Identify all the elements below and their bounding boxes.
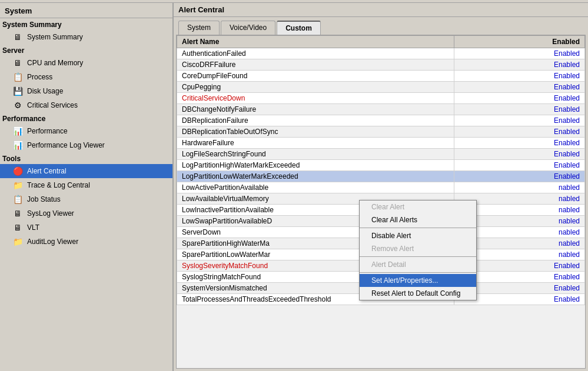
table-row-enabled: Enabled bbox=[454, 93, 585, 104]
section-system-summary: System Summary bbox=[0, 18, 172, 30]
sidebar-item-disk-usage[interactable]: 💾 Disk Usage bbox=[0, 84, 172, 98]
sidebar-item-job-status[interactable]: 📋 Job Status bbox=[0, 192, 172, 206]
sidebar-item-performance[interactable]: 📊 Performance bbox=[0, 124, 172, 138]
table-row-name: LogFileSearchStringFound bbox=[177, 149, 454, 160]
table-row-name: LogPartitionHighWaterMarkExceeded bbox=[177, 160, 454, 171]
sidebar-item-auditlog[interactable]: 📁 AuditLog Viewer bbox=[0, 235, 172, 249]
job-status-icon: 📋 bbox=[12, 193, 24, 205]
table-row-name: CoreDumpFileFound bbox=[177, 71, 454, 82]
sidebar-item-critical-services[interactable]: ⚙ Critical Services bbox=[0, 98, 172, 112]
tab-voice-video[interactable]: Voice/Video bbox=[221, 21, 275, 35]
table-row-name: LowActivePartitionAvailable bbox=[177, 182, 454, 193]
table-row-enabled: Enabled bbox=[454, 160, 585, 171]
sidebar-title: System bbox=[0, 4, 172, 18]
table-row-name: CpuPegging bbox=[177, 82, 454, 93]
table-row-enabled: Enabled bbox=[454, 71, 585, 82]
table-row-name: LogPartitionLowWaterMarkExceeded bbox=[177, 171, 454, 182]
table-row-enabled: Enabled bbox=[454, 82, 585, 93]
context-menu: Clear AlertClear All AlertsDisable Alert… bbox=[359, 200, 477, 300]
menu-separator bbox=[360, 228, 476, 228]
alert-table-container: Alert Name Enabled AuthenticationFailedE… bbox=[176, 35, 586, 369]
context-menu-item-disable-alert[interactable]: Disable Alert bbox=[360, 229, 476, 242]
table-row-enabled: Enabled bbox=[454, 138, 585, 149]
context-menu-item-set-alert-properties[interactable]: Set Alert/Properties... bbox=[360, 274, 476, 287]
context-menu-item-remove-alert: Remove Alert bbox=[360, 242, 476, 255]
menu-separator bbox=[360, 272, 476, 273]
alert-central-icon: 🔴 bbox=[12, 165, 24, 177]
section-server: Server bbox=[0, 44, 172, 56]
table-row-name: DBChangeNotifyFailure bbox=[177, 104, 454, 115]
tab-custom[interactable]: Custom bbox=[277, 21, 321, 35]
table-row-enabled: Enabled bbox=[454, 104, 585, 115]
table-row-name: DBReplicationFailure bbox=[177, 115, 454, 126]
menu-separator bbox=[360, 256, 476, 257]
sidebar-item-vlt[interactable]: 🖥 VLT bbox=[0, 220, 172, 235]
table-row-name: AuthenticationFailed bbox=[177, 48, 454, 59]
process-icon: 📋 bbox=[12, 71, 24, 83]
sidebar-item-system-summary[interactable]: 🖥 System Summary bbox=[0, 30, 172, 44]
table-row-enabled: nabled bbox=[454, 182, 585, 193]
performance-icon: 📊 bbox=[12, 125, 24, 137]
sidebar: System System Summary 🖥 System Summary S… bbox=[0, 3, 174, 371]
critical-icon: ⚙ bbox=[12, 99, 24, 111]
sidebar-item-performance-log[interactable]: 📊 Performance Log Viewer bbox=[0, 138, 172, 152]
content-title: Alert Central bbox=[174, 3, 588, 17]
context-menu-item-alert-detail: Alert Detail bbox=[360, 258, 476, 271]
sidebar-item-process[interactable]: 📋 Process bbox=[0, 70, 172, 84]
table-row-name: HardwareFailure bbox=[177, 138, 454, 149]
table-row-enabled: Enabled bbox=[454, 59, 585, 71]
cpu-icon: 🖥 bbox=[12, 57, 24, 69]
table-row-name: CriticalServiceDown bbox=[177, 93, 454, 104]
performance-log-icon: 📊 bbox=[12, 139, 24, 151]
syslog-icon: 🖥 bbox=[12, 208, 24, 219]
tab-system[interactable]: System bbox=[178, 21, 220, 35]
table-row-enabled: Enabled bbox=[454, 115, 585, 126]
col-header-enabled: Enabled bbox=[454, 36, 585, 48]
context-menu-item-clear-alert: Clear Alert bbox=[360, 200, 476, 213]
section-tools: Tools bbox=[0, 152, 172, 164]
sidebar-item-cpu-memory[interactable]: 🖥 CPU and Memory bbox=[0, 56, 172, 70]
table-row-enabled: Enabled bbox=[454, 126, 585, 138]
sidebar-item-alert-central[interactable]: 🔴 Alert Central bbox=[0, 164, 172, 178]
disk-icon: 💾 bbox=[12, 85, 24, 97]
table-row-name: DBReplicationTableOutOfSync bbox=[177, 126, 454, 138]
col-header-alert-name: Alert Name bbox=[177, 36, 454, 48]
sidebar-item-trace-log[interactable]: 📁 Trace & Log Central bbox=[0, 178, 172, 192]
context-menu-item-clear-all-alerts[interactable]: Clear All Alerts bbox=[360, 213, 476, 226]
table-row-name: CiscoDRFFailure bbox=[177, 59, 454, 71]
trace-log-icon: 📁 bbox=[12, 179, 24, 191]
monitor-icon: 🖥 bbox=[12, 31, 24, 43]
vlt-icon: 🖥 bbox=[12, 222, 24, 233]
tab-bar: System Voice/Video Custom bbox=[174, 17, 588, 35]
section-performance: Performance bbox=[0, 112, 172, 124]
table-row-enabled: Enabled bbox=[454, 171, 585, 182]
context-menu-item-reset-alert[interactable]: Reset Alert to Default Config bbox=[360, 287, 476, 300]
auditlog-icon: 📁 bbox=[12, 236, 24, 248]
table-row-enabled: Enabled bbox=[454, 149, 585, 160]
content-area: Alert Central System Voice/Video Custom … bbox=[174, 3, 588, 371]
sidebar-item-syslog[interactable]: 🖥 SysLog Viewer bbox=[0, 206, 172, 220]
table-row-enabled: Enabled bbox=[454, 48, 585, 59]
